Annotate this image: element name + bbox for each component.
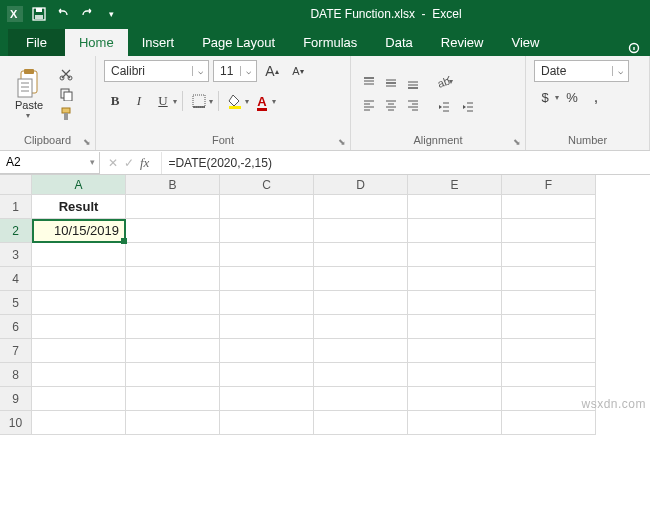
- tell-me-icon[interactable]: [628, 42, 642, 56]
- formula-bar-input[interactable]: =DATE(2020,-2,15): [161, 152, 650, 174]
- col-header-C[interactable]: C: [220, 175, 314, 195]
- cancel-icon[interactable]: ✕: [108, 156, 118, 170]
- cell-B10[interactable]: [126, 411, 220, 435]
- cell-A4[interactable]: [32, 267, 126, 291]
- alignment-launcher-icon[interactable]: ⬊: [513, 137, 521, 147]
- cell-C8[interactable]: [220, 363, 314, 387]
- worksheet-grid[interactable]: A B C D E F 1 Result 2 10/15/2019 3 4 5 …: [0, 175, 650, 435]
- cell-D4[interactable]: [314, 267, 408, 291]
- select-all-corner[interactable]: [0, 175, 32, 195]
- namebox-dropdown-icon[interactable]: ▾: [85, 157, 99, 167]
- font-launcher-icon[interactable]: ⬊: [338, 137, 346, 147]
- cell-A9[interactable]: [32, 387, 126, 411]
- col-header-B[interactable]: B: [126, 175, 220, 195]
- format-painter-icon[interactable]: [56, 105, 76, 123]
- tab-insert[interactable]: Insert: [128, 29, 189, 56]
- row-header-7[interactable]: 7: [0, 339, 32, 363]
- cell-A3[interactable]: [32, 243, 126, 267]
- cell-D3[interactable]: [314, 243, 408, 267]
- cell-A6[interactable]: [32, 315, 126, 339]
- decrease-indent-icon[interactable]: [433, 96, 455, 118]
- comma-style-icon[interactable]: ,: [585, 86, 607, 108]
- underline-dropdown-icon[interactable]: ▾: [173, 97, 177, 106]
- bold-button[interactable]: B: [104, 90, 126, 112]
- tab-file[interactable]: File: [8, 29, 65, 56]
- col-header-A[interactable]: A: [32, 175, 126, 195]
- cell-B5[interactable]: [126, 291, 220, 315]
- cell-E2[interactable]: [408, 219, 502, 243]
- tab-home[interactable]: Home: [65, 29, 128, 56]
- cell-B3[interactable]: [126, 243, 220, 267]
- tab-formulas[interactable]: Formulas: [289, 29, 371, 56]
- cell-C5[interactable]: [220, 291, 314, 315]
- cell-F1[interactable]: [502, 195, 596, 219]
- row-header-4[interactable]: 4: [0, 267, 32, 291]
- font-name-dropdown[interactable]: Calibri ⌵: [104, 60, 209, 82]
- cell-F6[interactable]: [502, 315, 596, 339]
- increase-font-icon[interactable]: A▴: [261, 60, 283, 82]
- cell-A7[interactable]: [32, 339, 126, 363]
- currency-dropdown-icon[interactable]: ▾: [555, 93, 559, 102]
- borders-icon[interactable]: [188, 90, 210, 112]
- fill-color-icon[interactable]: [224, 90, 246, 112]
- name-box[interactable]: A2 ▾: [0, 152, 100, 174]
- cell-A5[interactable]: [32, 291, 126, 315]
- cell-B8[interactable]: [126, 363, 220, 387]
- cell-D10[interactable]: [314, 411, 408, 435]
- cell-D5[interactable]: [314, 291, 408, 315]
- cell-D6[interactable]: [314, 315, 408, 339]
- tab-page-layout[interactable]: Page Layout: [188, 29, 289, 56]
- clipboard-launcher-icon[interactable]: ⬊: [83, 137, 91, 147]
- row-header-1[interactable]: 1: [0, 195, 32, 219]
- cell-B7[interactable]: [126, 339, 220, 363]
- fill-dropdown-icon[interactable]: ▾: [245, 97, 249, 106]
- cell-A2[interactable]: 10/15/2019: [32, 219, 126, 243]
- align-left-icon[interactable]: [359, 95, 379, 115]
- cell-C9[interactable]: [220, 387, 314, 411]
- align-middle-icon[interactable]: [381, 73, 401, 93]
- undo-icon[interactable]: [52, 3, 74, 25]
- cell-C6[interactable]: [220, 315, 314, 339]
- qat-customize-icon[interactable]: ▾: [100, 3, 122, 25]
- redo-icon[interactable]: [76, 3, 98, 25]
- cell-F5[interactable]: [502, 291, 596, 315]
- cell-F4[interactable]: [502, 267, 596, 291]
- row-header-3[interactable]: 3: [0, 243, 32, 267]
- col-header-D[interactable]: D: [314, 175, 408, 195]
- row-header-10[interactable]: 10: [0, 411, 32, 435]
- cell-A10[interactable]: [32, 411, 126, 435]
- cell-D9[interactable]: [314, 387, 408, 411]
- borders-dropdown-icon[interactable]: ▾: [209, 97, 213, 106]
- cell-E1[interactable]: [408, 195, 502, 219]
- cell-E7[interactable]: [408, 339, 502, 363]
- cell-F8[interactable]: [502, 363, 596, 387]
- col-header-F[interactable]: F: [502, 175, 596, 195]
- cell-E9[interactable]: [408, 387, 502, 411]
- cell-C2[interactable]: [220, 219, 314, 243]
- cell-B2[interactable]: [126, 219, 220, 243]
- cell-B1[interactable]: [126, 195, 220, 219]
- currency-icon[interactable]: $: [534, 86, 556, 108]
- decrease-font-icon[interactable]: A▾: [287, 60, 309, 82]
- cell-E10[interactable]: [408, 411, 502, 435]
- cell-C3[interactable]: [220, 243, 314, 267]
- cell-F3[interactable]: [502, 243, 596, 267]
- cell-B6[interactable]: [126, 315, 220, 339]
- paste-button[interactable]: Paste ▾: [8, 69, 50, 120]
- cell-E6[interactable]: [408, 315, 502, 339]
- font-size-dropdown[interactable]: 11 ⌵: [213, 60, 257, 82]
- row-header-8[interactable]: 8: [0, 363, 32, 387]
- row-header-9[interactable]: 9: [0, 387, 32, 411]
- paste-dropdown-icon[interactable]: ▾: [26, 111, 30, 120]
- tab-data[interactable]: Data: [371, 29, 426, 56]
- italic-button[interactable]: I: [128, 90, 150, 112]
- increase-indent-icon[interactable]: [457, 96, 479, 118]
- cell-C10[interactable]: [220, 411, 314, 435]
- cell-B9[interactable]: [126, 387, 220, 411]
- fx-icon[interactable]: fx: [140, 155, 149, 171]
- row-header-2[interactable]: 2: [0, 219, 32, 243]
- cell-F2[interactable]: [502, 219, 596, 243]
- cut-icon[interactable]: [56, 65, 76, 83]
- cell-B4[interactable]: [126, 267, 220, 291]
- save-icon[interactable]: [28, 3, 50, 25]
